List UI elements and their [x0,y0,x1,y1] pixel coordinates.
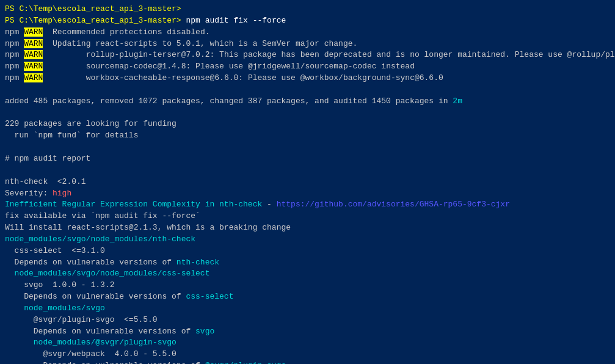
line-npm-warn-2: npm WARN Updating react-scripts to 5.0.1… [5,38,610,50]
line-npm-warn-1: npm WARN Recommended protections disable… [5,27,610,38]
node-path: node_modules/svgo/node_modules/nth-check [5,235,195,244]
warn-tag: WARN [24,39,43,48]
command: npm audit fix --force [181,16,286,25]
line-fix-available: fix available via `npm audit fix --force… [5,211,610,222]
line-npm-warn-3: npm WARN rollup-plugin-terser@7.0.2: Thi… [5,49,610,61]
line-vuln-link: Inefficient Regular Expression Complexit… [5,199,610,211]
node-path: node_modules/svgo [5,304,105,313]
node-path: node_modules/svgo/node_modules/css-selec… [5,269,209,278]
line-2: PS C:\Temp\escola_react_api_3-master> np… [5,15,610,27]
blank-4 [5,165,610,177]
line-node-path-2: node_modules/svgo/node_modules/css-selec… [5,268,610,280]
line-node-path-1: node_modules/svgo/node_modules/nth-check [5,234,610,246]
line-node-path-4: node_modules/@svgr/plugin-svgo [5,337,610,349]
warn-tag: WARN [24,27,43,37]
dep-name: css-select [186,292,233,301]
node-path: node_modules/@svgr/plugin-svgo [5,338,176,347]
terminal-window: PS C:\Temp\escola_react_api_3-master> PS… [5,4,610,364]
line-dep-nth-check: Depends on vulnerable versions of nth-ch… [5,257,610,269]
dep-name: @svgr/plugin-svgo [205,361,286,364]
line-funding-2: run `npm fund` for details [5,130,610,142]
vuln-title: Inefficient Regular Expression Complexit… [5,200,262,209]
line-npm-warn-5: npm WARN workbox-cacheable-response@6.6.… [5,73,610,84]
warn-tag: WARN [24,50,43,59]
vuln-url[interactable]: https://github.com/advisories/GHSA-rp65-… [277,200,510,209]
prompt: PS C:\Temp\escola_react_api_3-master> [5,4,181,13]
line-svgo: svgo 1.0.0 - 1.3.2 [5,280,610,291]
warn-tag: WARN [24,73,43,82]
blank-1 [5,84,610,96]
line-funding-1: 229 packages are looking for funding [5,118,610,130]
line-will-install: Will install react-scripts@2.1.3, which … [5,222,610,234]
line-dep-css-select: Depends on vulnerable versions of css-se… [5,291,610,303]
blank-2 [5,107,610,119]
line-severity: Severity: high [5,188,610,200]
blank-3 [5,142,610,153]
dep-name: nth-check [176,258,219,267]
line-css-select: css-select <=3.1.0 [5,246,610,257]
line-node-path-3: node_modules/svgo [5,303,610,315]
prompt: PS C:\Temp\escola_react_api_3-master> [5,16,181,25]
line-1: PS C:\Temp\escola_react_api_3-master> [5,4,610,15]
line-svgr-webpack: @svgr/webpack 4.0.0 - 5.5.0 [5,349,610,360]
line-dep-svgo: Depends on vulnerable versions of svgo [5,326,610,338]
severity-level: high [53,189,71,198]
line-added: added 485 packages, removed 1072 package… [5,96,610,107]
warn-tag: WARN [24,62,43,71]
line-audit-report: # npm audit report [5,153,610,165]
line-nth-check: nth-check <2.0.1 [5,177,610,188]
line-npm-warn-4: npm WARN sourcemap-codec@1.4.8: Please u… [5,61,610,73]
dep-name: svgo [195,327,214,336]
line-svgr-plugin: @svgr/plugin-svgo <=5.5.0 [5,315,610,326]
line-dep-plugin-svgo: Depends on vulnerable versions of @svgr/… [5,360,610,364]
